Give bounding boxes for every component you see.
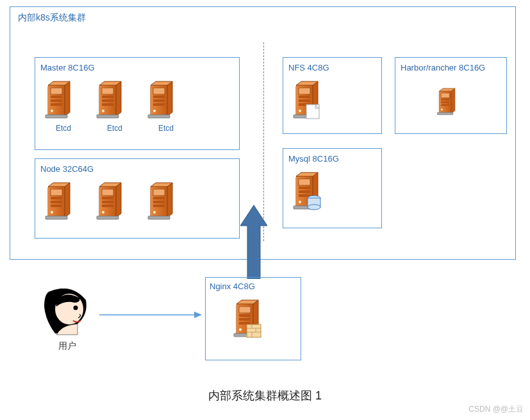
nginx-title: Nginx 4C8G [210,281,297,291]
cluster-title: 内部k8s系统集群 [10,7,515,29]
node-group: Node 32C64G [35,158,240,239]
etcd-label: Etcd [107,124,122,133]
watermark: CSDN @@土豆 [468,404,524,415]
harbor-group: Harbor/rancher 8C16G [395,57,507,134]
arrow-right-icon [99,311,202,319]
etcd-label: Etcd [158,124,174,133]
arrow-up-icon [240,205,267,279]
db-server-icon [292,170,331,215]
node-title: Node 32C64G [40,164,234,174]
svg-marker-24 [194,312,202,318]
nfs-group: NFS 4C8G [283,57,382,134]
master-server-2: Etcd [95,79,134,133]
diagram-caption: 内部系统集群概述图 1 [0,388,530,403]
server-icon [95,79,134,121]
nginx-group: Nginx 4C8G [205,277,301,360]
master-title: Master 8C16G [40,63,234,72]
server-icon [147,180,185,223]
mysql-server [292,170,331,215]
nfs-server [292,79,331,124]
node-server-1 [44,180,83,223]
node-server-2 [95,180,134,223]
server-icon [44,79,83,121]
harbor-title: Harbor/rancher 8C16G [401,63,501,72]
server-icon [44,180,83,223]
web-server-icon [233,298,274,345]
svg-marker-22 [240,205,267,279]
file-server-icon [292,79,331,124]
server-icon [95,180,134,223]
server-icon [147,79,185,121]
user-label: 用户 [38,340,96,352]
server-icon [436,87,466,120]
mysql-group: Mysql 8C16G [283,148,382,228]
nfs-title: NFS 4C8G [288,63,376,72]
harbor-server [436,87,466,120]
etcd-label: Etcd [56,124,71,133]
master-server-3: Etcd [147,79,185,133]
master-server-1: Etcd [44,79,83,133]
master-group: Master 8C16G Etcd Etcd Etcd [35,57,240,150]
nginx-server [233,298,274,345]
node-server-3 [147,180,185,223]
mysql-title: Mysql 8C16G [288,154,376,164]
user: 用户 [38,289,96,352]
user-icon [42,289,92,337]
